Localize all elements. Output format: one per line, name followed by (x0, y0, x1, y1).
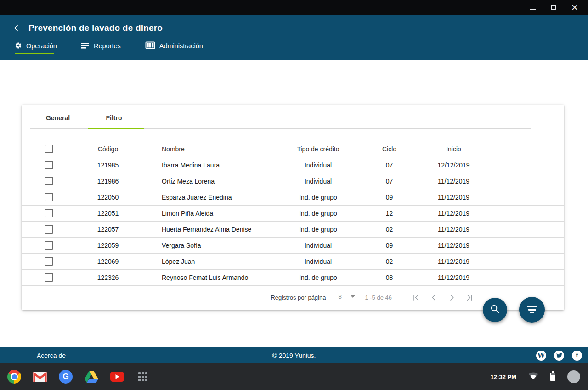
column-header-tipo: Tipo de crédito (276, 141, 361, 157)
nav-label-operacion: Operación (26, 42, 57, 50)
row-checkbox[interactable] (45, 273, 53, 282)
cell-inicio: 11/12/2019 (418, 173, 489, 189)
main-content: General Filtro Código Nombre Tipo de cré… (0, 60, 588, 347)
table-row[interactable]: 122059 Vergara Sofía Individual 09 11/12… (22, 237, 564, 253)
cell-nombre: Ortiz Meza Lorena (140, 173, 276, 189)
chevron-down-icon (351, 295, 355, 298)
page-size-value: 8 (338, 293, 342, 300)
app-header: Prevención de lavado de dinero Operación… (0, 15, 588, 60)
page-range-label: 1 -5 de 46 (365, 294, 392, 301)
table-row[interactable]: 122069 López Juan Individual 02 11/12/20… (22, 253, 564, 269)
page-size-select[interactable]: 8 (334, 293, 356, 301)
cell-codigo: 122057 (76, 221, 140, 237)
cell-codigo: 121986 (76, 173, 140, 189)
maximize-icon[interactable] (548, 1, 560, 13)
cell-nombre: Limon Piña Aleida (140, 205, 276, 221)
previous-page-icon[interactable] (430, 293, 438, 302)
row-checkbox[interactable] (45, 225, 53, 234)
cell-inicio: 11/12/2019 (418, 205, 489, 221)
wifi-icon[interactable] (528, 372, 538, 382)
search-fab-button[interactable] (483, 298, 507, 322)
battery-icon[interactable] (550, 373, 555, 381)
credits-table: Código Nombre Tipo de crédito Ciclo Inic… (22, 141, 564, 286)
cell-codigo: 122326 (76, 269, 140, 285)
chrome-icon[interactable] (7, 369, 22, 384)
twitter-icon[interactable] (554, 351, 564, 361)
cell-codigo: 122051 (76, 205, 140, 221)
cell-codigo: 121985 (76, 157, 140, 173)
search-icon (490, 304, 500, 316)
page-title: Prevención de lavado de dinero (28, 23, 163, 33)
cell-nombre: Ibarra Medina Laura (140, 157, 276, 173)
cell-tipo: Ind. de grupo (276, 221, 361, 237)
close-icon[interactable]: ✕ (569, 1, 581, 13)
main-nav: Operación Reportes Administración (0, 41, 588, 54)
facebook-icon[interactable]: f (572, 351, 582, 361)
apps-grid-icon[interactable] (136, 369, 150, 384)
column-header-codigo[interactable]: Código (76, 141, 140, 157)
copyright-text: © 2019 Yunius. (272, 352, 316, 359)
row-checkbox[interactable] (45, 193, 53, 201)
table-row[interactable]: 121985 Ibarra Medina Laura Individual 07… (22, 157, 564, 173)
back-arrow-icon[interactable] (12, 22, 23, 33)
columns-icon (145, 41, 155, 50)
avatar[interactable] (567, 370, 580, 383)
cell-tipo: Ind. de grupo (276, 205, 361, 221)
filter-fab-button[interactable] (519, 297, 545, 323)
cell-inicio: 12/12/2019 (418, 157, 489, 173)
window-titlebar: ✕ (0, 0, 588, 15)
cell-nombre: Reynoso Femat Luis Armando (140, 269, 276, 285)
nav-label-reportes: Reportes (94, 42, 121, 50)
clock-label[interactable]: 12:32 PM (491, 373, 516, 380)
table-row[interactable]: 122326 Reynoso Femat Luis Armando Ind. d… (22, 269, 564, 285)
drive-icon[interactable] (84, 369, 99, 384)
table-row[interactable]: 121986 Ortiz Meza Lorena Individual 07 1… (22, 173, 564, 189)
gear-icon (15, 42, 22, 50)
nav-tab-operacion[interactable]: Operación (15, 41, 57, 54)
cell-ciclo: 07 (361, 157, 418, 173)
gmail-icon[interactable] (33, 369, 47, 384)
cell-ciclo: 02 (361, 253, 418, 269)
table-row[interactable]: 122050 Esparza Juarez Enedina Ind. de gr… (22, 189, 564, 205)
next-page-icon[interactable] (447, 293, 456, 302)
row-checkbox[interactable] (45, 241, 53, 250)
cell-tipo: Individual (276, 253, 361, 269)
minimize-icon[interactable] (526, 1, 538, 13)
google-icon[interactable]: G (58, 369, 73, 384)
cell-tipo: Individual (276, 157, 361, 173)
cell-nombre: Esparza Juarez Enedina (140, 189, 276, 205)
cell-nombre: Vergara Sofía (140, 237, 276, 253)
about-link[interactable]: Acerca de (37, 352, 66, 359)
column-header-nombre[interactable]: Nombre (140, 141, 276, 157)
cell-tipo: Individual (276, 173, 361, 189)
cell-tipo: Ind. de grupo (276, 269, 361, 285)
cell-inicio: 11/12/2019 (418, 253, 489, 269)
footer-bar: Acerca de © 2019 Yunius. W f (0, 347, 588, 363)
column-header-inicio: Inicio (418, 141, 489, 157)
table-row[interactable]: 122051 Limon Piña Aleida Ind. de grupo 1… (22, 205, 564, 221)
cell-ciclo: 08 (361, 269, 418, 285)
first-page-icon[interactable] (412, 293, 420, 302)
row-checkbox[interactable] (45, 209, 53, 217)
table-row[interactable]: 122057 Huerta Fernandez Alma Denise Ind.… (22, 221, 564, 237)
tab-general[interactable]: General (30, 114, 86, 128)
os-taskbar: G 12:32 PM (0, 363, 588, 390)
last-page-icon[interactable] (465, 293, 474, 302)
cell-inicio: 11/12/2019 (418, 221, 489, 237)
row-checkbox[interactable] (45, 257, 53, 266)
card-tabbar: General Filtro (30, 105, 531, 129)
nav-tab-reportes[interactable]: Reportes (81, 41, 121, 54)
tab-filtro[interactable]: Filtro (86, 114, 142, 128)
cell-codigo: 122059 (76, 237, 140, 253)
nav-tab-administracion[interactable]: Administración (145, 41, 203, 54)
row-checkbox[interactable] (45, 177, 53, 185)
cell-tipo: Ind. de grupo (276, 189, 361, 205)
wordpress-icon[interactable]: W (536, 351, 546, 361)
list-icon (81, 42, 90, 50)
select-all-checkbox[interactable] (45, 145, 53, 153)
row-checkbox[interactable] (45, 161, 53, 169)
pagination-bar: Registros por página 8 1 -5 de 46 (22, 286, 564, 309)
cell-ciclo: 12 (361, 205, 418, 221)
cell-ciclo: 09 (361, 189, 418, 205)
youtube-icon[interactable] (110, 369, 124, 384)
